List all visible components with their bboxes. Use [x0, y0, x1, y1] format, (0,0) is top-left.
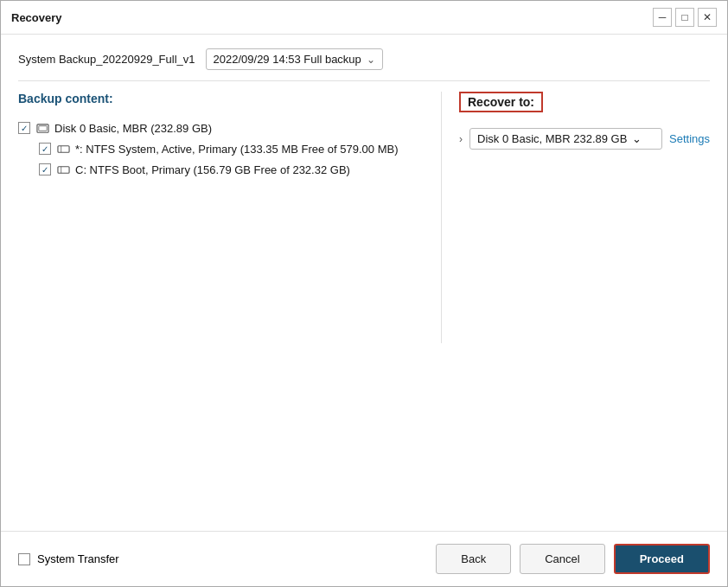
system-transfer-checkbox[interactable]	[18, 553, 30, 565]
title-bar: Recovery ─ □ ✕	[1, 1, 727, 35]
disk-icon	[35, 121, 49, 135]
target-disk-label: Disk 0 Basic, MBR 232.89 GB	[477, 132, 627, 145]
settings-link[interactable]: Settings	[669, 132, 710, 145]
backup-date-dropdown[interactable]: 2022/09/29 14:53 Full backup ⌄	[206, 48, 383, 70]
recovery-window: Recovery ─ □ ✕ System Backup_20220929_Fu…	[0, 0, 728, 587]
main-panels: Backup content: Disk 0 Basic, MBR (232.8…	[18, 92, 710, 343]
backup-date-label: 2022/09/29 14:53 Full backup	[214, 53, 361, 66]
window-title: Recovery	[11, 11, 62, 24]
backup-name: System Backup_20220929_Full_v1	[18, 53, 195, 66]
window-controls: ─ □ ✕	[653, 8, 717, 27]
backup-selector-row: System Backup_20220929_Full_v1 2022/09/2…	[18, 48, 710, 81]
maximize-button[interactable]: □	[675, 8, 694, 27]
svg-rect-4	[57, 166, 68, 173]
disk0-label: Disk 0 Basic, MBR (232.89 GB)	[54, 122, 212, 135]
backup-item-disk0: Disk 0 Basic, MBR (232.89 GB)	[18, 118, 424, 138]
expand-icon[interactable]: ›	[459, 133, 463, 145]
system-transfer-row: System Transfer	[18, 552, 119, 565]
footer: System Transfer Back Cancel Proceed	[1, 531, 727, 586]
recover-to-row: › Disk 0 Basic, MBR 232.89 GB ⌄ Settings	[459, 128, 710, 150]
backup-item-ntfs-system: *: NTFS System, Active, Primary (133.35 …	[39, 138, 424, 159]
proceed-button[interactable]: Proceed	[614, 544, 710, 574]
backup-item-ntfs-boot: C: NTFS Boot, Primary (156.79 GB Free of…	[39, 159, 424, 180]
content-spacer	[18, 354, 710, 517]
system-transfer-label: System Transfer	[37, 552, 119, 565]
close-button[interactable]: ✕	[698, 8, 717, 27]
cancel-button[interactable]: Cancel	[520, 544, 604, 574]
disk0-checkbox[interactable]	[18, 122, 30, 134]
ntfs-boot-checkbox[interactable]	[39, 163, 51, 175]
minimize-button[interactable]: ─	[653, 8, 672, 27]
ntfs-system-label: *: NTFS System, Active, Primary (133.35 …	[75, 143, 399, 156]
window-content: System Backup_20220929_Full_v1 2022/09/2…	[1, 35, 727, 531]
ntfs-system-checkbox[interactable]	[39, 143, 51, 155]
ntfs-boot-label: C: NTFS Boot, Primary (156.79 GB Free of…	[75, 163, 350, 176]
backup-content-panel: Backup content: Disk 0 Basic, MBR (232.8…	[18, 92, 442, 343]
footer-buttons: Back Cancel Proceed	[436, 544, 710, 574]
recover-to-title: Recover to:	[459, 92, 543, 112]
recover-to-panel: Recover to: › Disk 0 Basic, MBR 232.89 G…	[442, 92, 710, 343]
backup-content-title: Backup content:	[18, 92, 424, 105]
svg-rect-2	[57, 145, 68, 152]
back-button[interactable]: Back	[436, 544, 511, 574]
svg-rect-1	[38, 125, 46, 131]
chevron-down-icon: ⌄	[367, 54, 375, 66]
partition-icon-1	[56, 142, 70, 156]
target-disk-dropdown[interactable]: Disk 0 Basic, MBR 232.89 GB ⌄	[469, 128, 662, 150]
chevron-down-icon: ⌄	[632, 132, 642, 145]
partition-icon-2	[56, 163, 70, 176]
